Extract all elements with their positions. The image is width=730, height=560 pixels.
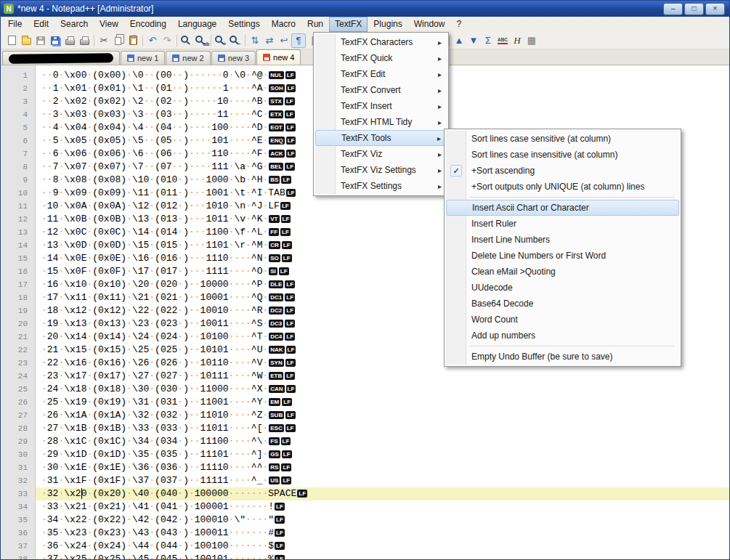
editor-line[interactable]: 26·25·\x19·(0x19)·\31·(031·)··11001····^…: [1, 396, 729, 409]
editor-line[interactable]: 28·27·\x1B·(0x1B)·\33·(033·)··11011····^…: [1, 422, 729, 435]
line-number[interactable]: 1: [1, 69, 36, 82]
menu-edit[interactable]: Edit: [28, 17, 54, 32]
menu-item-textfx-characters[interactable]: TextFX Characters▸: [315, 34, 447, 50]
menu-plugins[interactable]: Plugins: [368, 17, 407, 32]
editor-line[interactable]: 35·34·\x22·(0x22)·\42·(042·)·100010·\"··…: [1, 514, 729, 527]
editor-line[interactable]: 34·33·\x21·(0x21)·\41·(041·)·100001·····…: [1, 500, 729, 514]
menu-item-insert-ruler[interactable]: Insert Ruler: [446, 216, 679, 232]
print-button[interactable]: [62, 33, 77, 48]
line-number[interactable]: 26: [1, 396, 36, 409]
menu-encoding[interactable]: Encoding: [124, 17, 172, 32]
sync-vertical-scroll-button[interactable]: ⇅: [248, 33, 262, 48]
line-number[interactable]: 15: [1, 252, 36, 265]
editor-line[interactable]: 31·30·\x1E·(0x1E)·\36·(036·)··11110····^…: [1, 461, 729, 474]
menu-item-insert-line-numbers[interactable]: Insert Line Numbers: [446, 232, 679, 248]
cut-button[interactable]: ✂: [97, 33, 111, 48]
menu-item-sort-lines-case-sensitive-at-column[interactable]: Sort lines case sensitive (at column): [446, 131, 679, 147]
menu-item-uudecode[interactable]: UUdecode: [446, 280, 679, 296]
menu-macro[interactable]: Macro: [266, 17, 301, 32]
menu-item-textfx-quick[interactable]: TextFX Quick▸: [315, 50, 447, 66]
line-number[interactable]: 3: [1, 95, 36, 108]
html-tools-button[interactable]: H: [510, 33, 524, 48]
undo-button[interactable]: ↶: [145, 33, 160, 48]
print-now-button[interactable]: [77, 33, 92, 48]
line-number[interactable]: 8: [1, 161, 36, 174]
tab-redacted[interactable]: [2, 51, 120, 65]
editor-line[interactable]: 27·26·\x1A·(0x1A)·\32·(032·)··11010····^…: [1, 409, 729, 422]
line-number[interactable]: 32: [1, 474, 36, 487]
line-number[interactable]: 2: [1, 82, 36, 95]
line-number[interactable]: 6: [1, 134, 36, 147]
menu-item-base64-decode[interactable]: Base64 Decode: [446, 296, 679, 312]
line-number[interactable]: 30: [1, 448, 36, 461]
menu-item-word-count[interactable]: Word Count: [446, 312, 679, 328]
maximize-button[interactable]: □: [684, 3, 704, 15]
line-number[interactable]: 34: [1, 500, 36, 514]
line-number[interactable]: 4: [1, 108, 36, 121]
line-number[interactable]: 9: [1, 174, 36, 187]
line-number[interactable]: 20: [1, 317, 36, 330]
menu-settings[interactable]: Settings: [222, 17, 265, 32]
editor-line[interactable]: 24·23·\x17·(0x17)·\27·(027·)··10111····^…: [1, 370, 729, 383]
open-file-button[interactable]: [19, 33, 33, 48]
editor-line[interactable]: 37·36·\x24·(0x24)·\44·(044·)·100100·····…: [1, 540, 729, 553]
sort-ascending-button[interactable]: ▲: [452, 33, 466, 48]
menu-item-textfx-insert[interactable]: TextFX Insert▸: [315, 98, 447, 114]
menu-item-insert-ascii-chart-or-character[interactable]: Insert Ascii Chart or Character: [446, 200, 679, 216]
menu-item[interactable]: ?: [450, 17, 467, 32]
paste-button[interactable]: [126, 33, 140, 48]
line-number[interactable]: 37: [1, 540, 36, 553]
save-file-button[interactable]: [33, 33, 48, 48]
editor-line[interactable]: 33·32·\x20·(0x20)·\40·(040·)·100000·····…: [1, 487, 729, 500]
minimize-button[interactable]: –: [663, 3, 683, 15]
menu-item-textfx-convert[interactable]: TextFX Convert▸: [315, 82, 447, 98]
line-number[interactable]: 13: [1, 226, 36, 239]
zoom-out-button[interactable]: −: [228, 33, 243, 48]
zoom-in-button[interactable]: +: [214, 33, 228, 48]
line-number[interactable]: 12: [1, 213, 36, 226]
tab-new-4[interactable]: new 4: [256, 49, 301, 65]
line-number[interactable]: 10: [1, 187, 36, 200]
line-number[interactable]: 31: [1, 461, 36, 474]
line-number[interactable]: 21: [1, 330, 36, 344]
menu-run[interactable]: Run: [301, 17, 329, 32]
menu-item-empty-undo-buffer-be-sure-to-save[interactable]: Empty Undo Buffer (be sure to save): [446, 349, 679, 365]
menu-file[interactable]: File: [2, 17, 28, 32]
line-number[interactable]: 22: [1, 344, 36, 357]
new-file-button[interactable]: [4, 33, 19, 48]
menu-item-delete-line-numbers-or-first-word[interactable]: Delete Line Numbers or First Word: [446, 248, 679, 264]
line-number[interactable]: 18: [1, 291, 36, 304]
line-number[interactable]: 17: [1, 278, 36, 291]
sum-button[interactable]: Σ: [481, 33, 495, 48]
line-number[interactable]: 11: [1, 200, 36, 213]
menu-item-textfx-edit[interactable]: TextFX Edit▸: [315, 66, 447, 82]
menu-item-clean-email-quoting[interactable]: Clean eMail >Quoting: [446, 264, 679, 280]
line-number[interactable]: 35: [1, 514, 36, 527]
menu-item-sort-outputs-only-unique-at-column-lines[interactable]: +Sort outputs only UNIQUE (at column) li…: [446, 179, 679, 195]
menu-search[interactable]: Search: [54, 17, 94, 32]
line-number[interactable]: 24: [1, 370, 36, 383]
menu-language[interactable]: Language: [172, 17, 222, 32]
redo-button[interactable]: ↷: [160, 33, 174, 48]
line-number[interactable]: 29: [1, 435, 36, 448]
line-number[interactable]: 28: [1, 422, 36, 435]
menu-item-textfx-viz-settings[interactable]: TextFX Viz Settings▸: [315, 162, 447, 178]
menu-textfx[interactable]: TextFX: [329, 17, 368, 32]
line-number[interactable]: 23: [1, 357, 36, 370]
sort-descending-button[interactable]: ▼: [466, 33, 481, 48]
show-all-characters-button[interactable]: ¶: [291, 33, 306, 48]
replace-button[interactable]: ab: [194, 33, 208, 48]
menu-item-add-up-numbers[interactable]: Add up numbers: [446, 328, 679, 344]
menu-item-sort-lines-case-insensitive-at-column[interactable]: Sort lines case insensitive (at column): [446, 147, 679, 163]
spell-check-button[interactable]: ABC: [495, 33, 510, 48]
close-button[interactable]: ×: [705, 3, 725, 15]
line-number[interactable]: 19: [1, 304, 36, 317]
tab-new-2[interactable]: new 2: [166, 51, 210, 65]
sync-horizontal-scroll-button[interactable]: ⇄: [262, 33, 277, 48]
copy-button[interactable]: [111, 33, 126, 48]
editor-line[interactable]: 32·31·\x1F·(0x1F)·\37·(037·)··11111····^…: [1, 474, 729, 487]
tab-new-3[interactable]: new 3: [211, 51, 256, 65]
line-number[interactable]: 38: [1, 553, 36, 559]
editor-line[interactable]: 25·24·\x18·(0x18)·\30·(030·)··11000····^…: [1, 383, 729, 396]
grid-view-button[interactable]: ▦: [524, 33, 539, 48]
